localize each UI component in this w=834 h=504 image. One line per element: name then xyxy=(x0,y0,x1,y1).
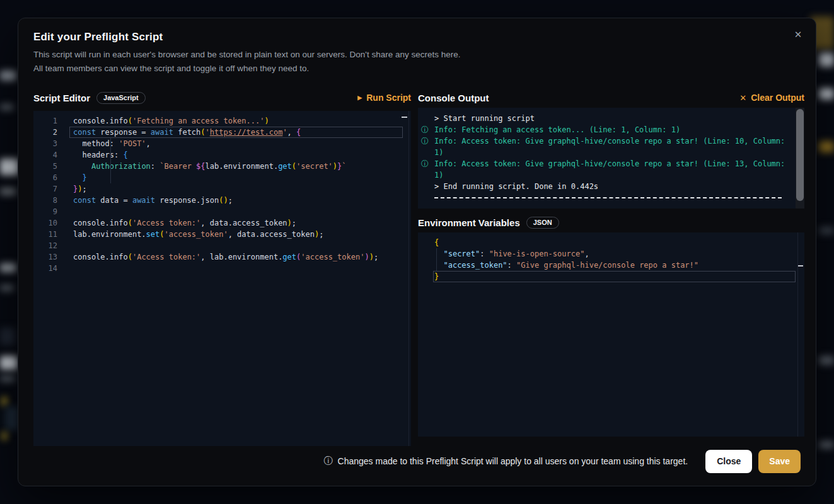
environment-json-editor[interactable]: { "secret": "hive-is-open-source", "acce… xyxy=(418,232,804,437)
backdrop-blur-blob xyxy=(0,356,18,370)
environment-variables-heading: Environment Variables xyxy=(418,217,520,228)
backdrop-blur-blob xyxy=(0,328,15,345)
line-number: 2 xyxy=(33,127,65,138)
info-icon: ⓘ xyxy=(421,135,429,147)
line-number: 7 xyxy=(33,183,65,195)
code-line: Authorization: `Bearer ${lab.environment… xyxy=(69,161,403,172)
code-line: }); xyxy=(69,183,403,195)
line-number: 6 xyxy=(33,172,65,183)
console-line: > Start running script xyxy=(418,113,793,124)
backdrop-blur-blob xyxy=(819,441,834,449)
code-line: } xyxy=(69,172,403,183)
javascript-badge: JavaScript xyxy=(96,92,146,104)
code-area: console.info('Fetching an access token..… xyxy=(69,115,403,274)
console-header: Console Output ✕ Clear Output xyxy=(418,89,804,106)
script-editor-header: Script Editor JavaScript ▶ Run Script xyxy=(33,89,411,106)
console-scrollbar-thumb[interactable] xyxy=(796,109,804,201)
console-scrollbar-track[interactable] xyxy=(796,108,804,209)
editor-divider xyxy=(797,232,798,437)
backdrop-blur-blob xyxy=(0,104,14,110)
line-number: 5 xyxy=(33,161,65,172)
json-line: } xyxy=(433,271,796,282)
code-line: console.info('Access token:', lab.enviro… xyxy=(69,251,403,263)
code-line: const data = await response.json(); xyxy=(69,195,403,206)
json-badge: JSON xyxy=(526,217,559,229)
backdrop-blur-blob xyxy=(819,53,834,67)
modal-description: This script will run in each user's brow… xyxy=(33,48,460,76)
console-output-heading: Console Output xyxy=(418,93,489,103)
clear-icon: ✕ xyxy=(739,93,746,103)
backdrop-blur-blob xyxy=(5,406,19,430)
script-editor-heading: Script Editor xyxy=(33,93,90,103)
console-line: ⓘInfo: Fetching an access token... (Line… xyxy=(418,124,793,135)
json-area: { "secret": "hive-is-open-source", "acce… xyxy=(418,237,796,282)
console-log: > Start running scriptⓘInfo: Fetching an… xyxy=(418,108,804,209)
code-line: method: 'POST', xyxy=(69,138,403,149)
backdrop-blur-blob xyxy=(819,227,834,234)
backdrop-blur-blob xyxy=(2,397,7,406)
editor-divider xyxy=(408,111,409,446)
json-line: "access_token": "Give graphql-hive/conso… xyxy=(433,260,796,271)
backdrop-blur-blob xyxy=(0,285,14,291)
code-line xyxy=(69,240,403,251)
code-line: headers: { xyxy=(69,149,403,161)
backdrop-blur-blob xyxy=(819,88,834,100)
line-number: 14 xyxy=(33,263,65,274)
line-number: 8 xyxy=(33,195,65,206)
backdrop-blur-blob xyxy=(0,71,16,81)
modal-footer: ⓘ Changes made to this Preflight Script … xyxy=(33,449,801,473)
description-line: All team members can view the script and… xyxy=(33,62,460,76)
preflight-script-modal: Edit your Preflight Script ✕ This script… xyxy=(18,18,816,486)
close-icon[interactable]: ✕ xyxy=(789,26,807,43)
script-code-editor[interactable]: 1234567891011121314 console.info('Fetchi… xyxy=(33,111,411,446)
run-script-button[interactable]: ▶ Run Script xyxy=(357,93,411,103)
console-line: > End running script. Done in 0.442s xyxy=(418,181,793,192)
overview-ruler-marker xyxy=(402,117,407,118)
console-line: ⓘInfo: Access token: Give graphql-hive/c… xyxy=(418,158,793,181)
console-output-panel: > Start running scriptⓘInfo: Fetching an… xyxy=(418,108,804,209)
indent-guide xyxy=(436,248,437,271)
line-number: 11 xyxy=(33,229,65,240)
json-line: { xyxy=(433,237,796,248)
run-script-label: Run Script xyxy=(366,93,411,103)
code-line: const response = await fetch('https://te… xyxy=(69,127,403,138)
play-icon: ▶ xyxy=(357,94,362,101)
overview-ruler-marker xyxy=(798,265,803,266)
console-line: ⓘInfo: Access token: Give graphql-hive/c… xyxy=(418,135,793,158)
info-icon: ⓘ xyxy=(421,124,429,135)
backdrop-blur-blob xyxy=(819,356,834,365)
info-icon: ⓘ xyxy=(324,455,333,467)
footer-note-text: Changes made to this Preflight Script wi… xyxy=(338,456,688,466)
description-line: This script will run in each user's brow… xyxy=(33,48,460,62)
code-line: lab.environment.set('access_token', data… xyxy=(69,229,403,240)
environment-header: Environment Variables JSON xyxy=(418,214,804,231)
code-line: console.info('Access token:', data.acces… xyxy=(69,217,403,229)
backdrop-blur-blob xyxy=(0,375,15,382)
line-number-gutter: 1234567891011121314 xyxy=(33,115,65,274)
backdrop-blur-blob xyxy=(0,188,16,195)
json-line: "secret": "hive-is-open-source", xyxy=(433,248,796,260)
footer-note: ⓘ Changes made to this Preflight Script … xyxy=(324,455,688,467)
code-line xyxy=(69,206,403,217)
line-number: 12 xyxy=(33,240,65,251)
line-number: 13 xyxy=(33,251,65,263)
backdrop-blur-blob xyxy=(0,159,19,175)
line-number: 1 xyxy=(33,115,65,127)
page-title: Edit your Preflight Script xyxy=(33,31,163,43)
indent-guide xyxy=(110,138,111,183)
backdrop-blur-blob xyxy=(819,141,834,152)
line-number: 9 xyxy=(33,206,65,217)
info-icon: ⓘ xyxy=(421,158,429,169)
line-number: 3 xyxy=(33,138,65,149)
console-separator xyxy=(434,197,782,198)
code-line xyxy=(69,263,403,274)
code-line: console.info('Fetching an access token..… xyxy=(69,115,403,127)
backdrop-blur-blob xyxy=(0,263,16,272)
line-number: 4 xyxy=(33,149,65,161)
line-number: 10 xyxy=(33,217,65,229)
backdrop-blur-blob xyxy=(2,432,7,440)
save-button[interactable]: Save xyxy=(758,450,801,473)
close-button[interactable]: Close xyxy=(705,450,752,473)
clear-output-label: Clear Output xyxy=(751,93,804,103)
clear-output-button[interactable]: ✕ Clear Output xyxy=(739,93,804,103)
